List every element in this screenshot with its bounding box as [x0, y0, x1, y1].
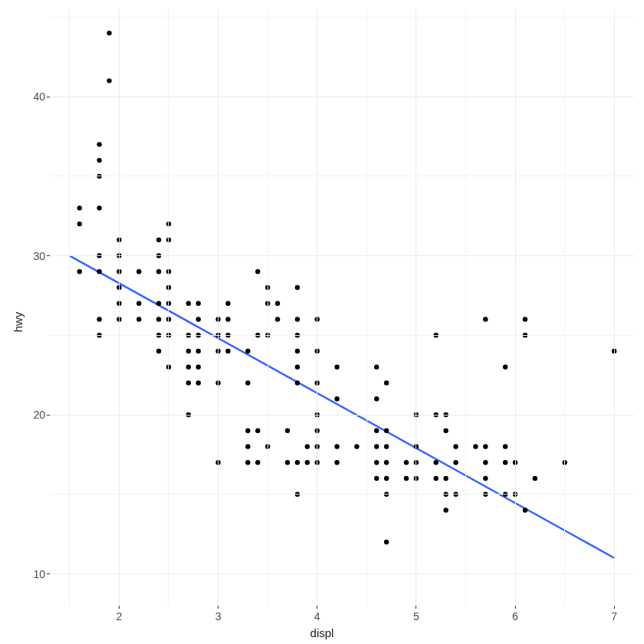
y-tick-mark: [47, 573, 50, 574]
data-point: [473, 444, 478, 449]
data-point: [334, 365, 339, 370]
y-tick-label: 20: [33, 409, 45, 421]
data-point: [404, 476, 409, 481]
data-point: [196, 349, 201, 353]
x-tick-mark: [119, 606, 120, 609]
data-point: [225, 317, 230, 321]
data-point: [533, 476, 537, 481]
x-tick-label: 6: [512, 610, 518, 623]
data-point: [245, 429, 250, 433]
y-axis-title: hwy: [12, 312, 25, 333]
y-minor-grid-line: [50, 176, 634, 176]
data-point: [275, 317, 280, 321]
x-tick-label: 5: [413, 610, 419, 623]
data-point: [295, 349, 300, 353]
data-point: [97, 158, 101, 163]
data-point: [384, 444, 389, 449]
data-point: [503, 365, 508, 370]
x-tick-label: 3: [215, 610, 222, 623]
y-grid-line: [50, 573, 634, 574]
data-point: [77, 205, 82, 210]
data-point: [483, 444, 488, 449]
data-point: [196, 365, 201, 370]
data-point: [433, 460, 438, 465]
data-point: [156, 269, 161, 274]
data-point: [255, 460, 260, 465]
data-point: [503, 460, 508, 465]
data-point: [97, 317, 101, 321]
data-point: [245, 460, 250, 465]
x-tick-mark: [614, 606, 615, 609]
y-minor-grid-line: [50, 17, 634, 18]
data-point: [285, 460, 290, 465]
data-point: [107, 78, 111, 83]
x-minor-grid-line: [564, 9, 565, 606]
data-point: [374, 460, 379, 465]
data-point: [77, 222, 82, 226]
x-tick-mark: [416, 606, 416, 609]
x-minor-grid-line: [168, 9, 169, 606]
data-point: [374, 429, 379, 433]
data-point: [384, 460, 389, 465]
data-point: [196, 317, 201, 321]
data-point: [384, 476, 389, 481]
y-grid-line: [50, 415, 634, 416]
data-point: [156, 238, 161, 242]
x-tick-label: 2: [117, 610, 123, 623]
data-point: [503, 444, 508, 449]
data-point: [136, 269, 141, 274]
x-grid-line: [416, 9, 416, 606]
data-point: [107, 31, 111, 35]
data-point: [156, 301, 161, 306]
x-minor-grid-line: [268, 9, 268, 606]
x-minor-grid-line: [366, 9, 367, 606]
data-point: [523, 317, 527, 321]
data-point: [334, 396, 339, 401]
data-point: [156, 349, 161, 353]
data-point: [443, 508, 448, 512]
data-point: [97, 205, 101, 210]
data-point: [225, 349, 230, 353]
data-point: [245, 349, 250, 353]
data-point: [295, 365, 300, 370]
data-point: [225, 301, 230, 306]
y-tick-label: 10: [33, 568, 45, 580]
data-point: [285, 429, 290, 433]
x-grid-line: [119, 9, 120, 606]
x-tick-label: 4: [314, 610, 320, 623]
data-point: [354, 444, 359, 449]
data-point: [443, 429, 448, 433]
data-point: [523, 508, 527, 512]
plot-panel: 23456710203040: [50, 9, 634, 606]
x-minor-grid-line: [69, 9, 70, 606]
data-point: [384, 380, 389, 385]
data-point: [453, 460, 458, 465]
data-point: [295, 285, 300, 290]
data-point: [374, 365, 379, 370]
x-minor-grid-line: [465, 9, 466, 606]
y-tick-mark: [47, 255, 50, 256]
x-tick-mark: [317, 606, 317, 609]
x-grid-line: [317, 9, 317, 606]
data-point: [374, 444, 379, 449]
data-point: [97, 269, 101, 274]
data-point: [196, 380, 201, 385]
data-point: [156, 317, 161, 321]
data-point: [374, 476, 379, 481]
y-tick-mark: [47, 415, 50, 416]
x-axis-title: displ: [310, 626, 334, 639]
data-point: [295, 460, 300, 465]
y-grid-line: [50, 97, 634, 97]
data-point: [275, 301, 280, 306]
data-point: [453, 444, 458, 449]
x-tick-mark: [515, 606, 516, 609]
data-point: [404, 460, 409, 465]
data-point: [433, 476, 438, 481]
y-tick-mark: [47, 97, 50, 97]
data-point: [483, 317, 488, 321]
data-point: [295, 380, 300, 385]
x-grid-line: [614, 9, 615, 606]
data-point: [186, 380, 191, 385]
data-point: [245, 444, 250, 449]
data-point: [196, 301, 201, 306]
